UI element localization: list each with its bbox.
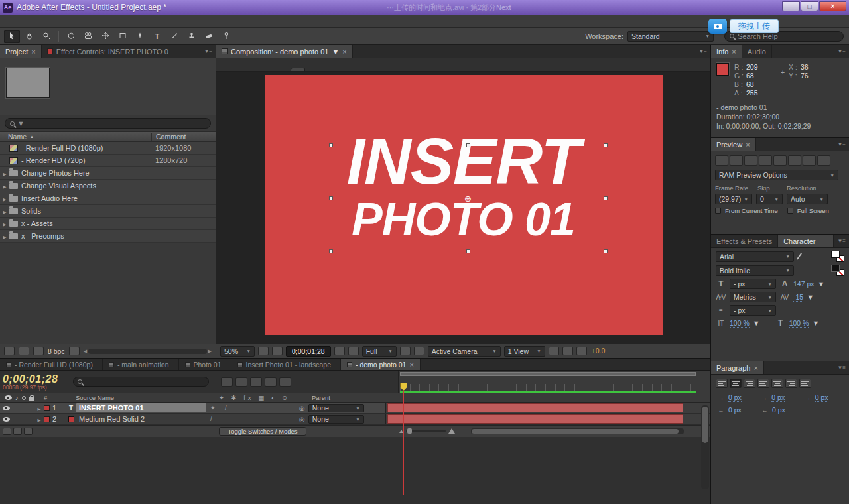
zoom-tool[interactable] <box>38 30 54 43</box>
font-family-select[interactable]: Arial ▼ <box>716 251 794 262</box>
puppet-pin-tool[interactable] <box>218 30 234 43</box>
selection-handle[interactable] <box>604 249 608 253</box>
folder-expand-icon[interactable] <box>0 232 9 240</box>
region-of-interest-icon[interactable] <box>400 347 411 355</box>
timeline-tab[interactable]: - main animation <box>103 359 179 370</box>
folder-expand-icon[interactable] <box>0 157 9 164</box>
timeline-search-input[interactable] <box>73 377 209 387</box>
justify-all-button[interactable] <box>799 379 811 388</box>
eraser-tool[interactable] <box>201 30 217 43</box>
type-tool[interactable]: T <box>149 30 165 43</box>
trash-icon[interactable] <box>69 347 80 355</box>
timeline-tab[interactable]: - Render Full HD (1080p) <box>0 359 103 370</box>
skip-select[interactable]: 0 ▼ <box>756 194 783 204</box>
pickwhip-icon[interactable]: ◎ <box>299 405 305 412</box>
tracking-value[interactable]: -15 <box>793 293 803 302</box>
timeline-button-icon[interactable] <box>576 347 587 355</box>
breadcrumb-item[interactable] <box>261 68 275 71</box>
loop-button[interactable] <box>803 155 816 166</box>
tab-paragraph[interactable]: Paragraph × <box>711 361 764 374</box>
align-center-button[interactable] <box>730 379 742 388</box>
hide-shy-layers-icon[interactable] <box>250 377 262 387</box>
mask-shape-tool[interactable] <box>115 30 131 43</box>
horizontal-scale-value[interactable]: 100 % <box>789 319 809 328</box>
layer-name[interactable]: Medium Red Solid 2 <box>76 414 206 424</box>
justify-last-right-button[interactable] <box>785 379 797 388</box>
layer-expand-arrow[interactable] <box>34 404 44 412</box>
selection-handle[interactable] <box>329 196 333 200</box>
close-icon[interactable]: × <box>31 48 35 56</box>
project-item[interactable]: - Render Full HD (1080p) 1920x1080 <box>0 142 216 155</box>
project-column-header[interactable]: Name ▲ Comment <box>0 131 216 142</box>
selection-handle[interactable] <box>329 143 333 147</box>
font-size-select[interactable]: - px ▼ <box>730 279 776 289</box>
layer-switches[interactable]: / <box>206 416 299 422</box>
close-icon[interactable]: × <box>732 48 736 56</box>
project-item[interactable]: Solids <box>0 205 216 218</box>
parent-select[interactable]: None ▼ <box>308 404 364 412</box>
toggle-switches-modes-button[interactable]: Toggle Switches / Modes <box>219 427 306 436</box>
timeline-tab[interactable]: Photo 01 <box>179 359 231 370</box>
selection-handle[interactable] <box>466 249 470 253</box>
layer-color-swatch[interactable] <box>44 416 50 422</box>
folder-expand-icon[interactable] <box>0 182 9 190</box>
fast-preview-icon[interactable] <box>562 347 573 355</box>
hand-tool[interactable] <box>21 30 37 43</box>
expand-inout-pane-icon[interactable] <box>13 428 22 435</box>
selection-handle[interactable] <box>604 143 608 147</box>
stroke-width-select[interactable]: - px ▼ <box>730 305 776 316</box>
layer-visibility-toggle[interactable] <box>3 406 10 410</box>
project-item[interactable]: x - Precomps <box>0 230 216 243</box>
timeline-column-headers[interactable]: # Source Name ✦ ✱ fx ▦ ◐ ⊙ Parent <box>0 393 710 403</box>
transparency-grid-icon[interactable] <box>414 347 424 355</box>
layer-visibility-toggle[interactable] <box>3 417 10 422</box>
composition-viewport[interactable]: INSERT PHOTO 01 ⊕ <box>216 72 710 344</box>
timeline-zoom-slider[interactable] <box>399 428 455 434</box>
justify-last-left-button[interactable] <box>757 379 769 388</box>
selection-handle[interactable] <box>329 249 333 253</box>
current-timecode[interactable]: 0;00;01;28 <box>3 373 68 385</box>
kerning-select[interactable]: Metrics ▼ <box>730 292 776 302</box>
folder-expand-icon[interactable] <box>0 207 9 215</box>
justify-last-center-button[interactable] <box>771 379 783 388</box>
font-style-select[interactable]: Bold Italic ▼ <box>716 265 794 276</box>
tab-effect-controls[interactable]: Effect Controls: INSERT PHOTO 0 <box>42 45 174 58</box>
project-item[interactable]: - Render HD (720p) 1280x720 <box>0 155 216 167</box>
selection-handle[interactable] <box>466 143 470 147</box>
magnification-select[interactable]: 50% ▼ <box>220 346 255 357</box>
last-frame-button[interactable] <box>773 155 787 166</box>
layer-switches[interactable]: ✦ / <box>206 405 299 411</box>
full-screen-checkbox[interactable] <box>787 208 793 214</box>
pickwhip-icon[interactable]: ◎ <box>299 416 305 423</box>
previous-frame-button[interactable] <box>730 155 743 166</box>
folder-expand-icon[interactable] <box>0 220 9 227</box>
horizontal-scrollbar[interactable] <box>88 349 207 354</box>
grid-guides-icon[interactable] <box>258 347 269 355</box>
layer-name[interactable]: INSERT PHOTO 01 <box>76 403 206 412</box>
new-composition-icon[interactable] <box>33 347 44 355</box>
timeline-layer-row[interactable]: 1 T INSERT PHOTO 01 ✦ / ◎ None ▼ <box>0 403 710 414</box>
first-frame-button[interactable] <box>715 155 728 166</box>
tab-character[interactable]: Character <box>778 235 834 247</box>
close-icon[interactable]: × <box>746 141 750 149</box>
breadcrumb-item[interactable] <box>232 68 245 71</box>
tab-preview[interactable]: Preview × <box>711 138 756 151</box>
parent-select[interactable]: None ▼ <box>308 415 364 424</box>
show-channel-icon[interactable] <box>348 347 359 355</box>
indent-field[interactable]: → 0 px <box>759 393 800 402</box>
tab-effects-presets[interactable]: Effects & Presets <box>711 235 778 247</box>
close-icon[interactable]: × <box>409 361 413 369</box>
pan-behind-tool[interactable] <box>98 30 113 43</box>
chevron-down-icon[interactable]: ▼ <box>332 48 339 56</box>
snapshot-icon[interactable] <box>334 347 345 355</box>
camera-tool[interactable] <box>80 30 96 43</box>
close-icon[interactable]: × <box>753 364 757 372</box>
fill-color-swatch[interactable] <box>831 251 840 258</box>
indent-field[interactable]: → 0 px <box>716 393 757 402</box>
layer-color-swatch[interactable] <box>44 405 50 411</box>
resolution-preview-select[interactable]: Auto ▼ <box>787 194 828 204</box>
clone-stamp-tool[interactable] <box>184 30 200 43</box>
motion-blur-icon[interactable] <box>279 377 291 387</box>
spacing-field[interactable]: ← 0 px <box>716 406 757 414</box>
spacing-field[interactable]: ← 0 px <box>760 406 801 414</box>
